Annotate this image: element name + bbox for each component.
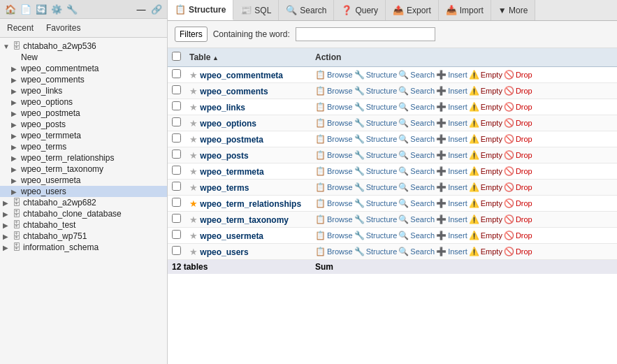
action-search-link[interactable]: 🔍Search: [398, 214, 435, 224]
action-insert-link[interactable]: ➕Insert: [436, 102, 467, 112]
row-checkbox[interactable]: [172, 69, 181, 78]
recent-tab[interactable]: Recent: [4, 22, 36, 34]
action-empty-link[interactable]: ⚠️Empty: [469, 182, 502, 192]
action-browse-link[interactable]: 📋Browse: [315, 118, 353, 128]
action-browse-link[interactable]: 📋Browse: [315, 150, 353, 160]
table-item-wpeo_term_relationships[interactable]: ▶ wpeo_term_relationships: [0, 152, 167, 163]
action-search-link[interactable]: 🔍Search: [398, 231, 435, 240]
favorite-star-icon[interactable]: ★: [189, 214, 198, 225]
action-drop-link[interactable]: 🚫Drop: [504, 166, 532, 176]
action-search-link[interactable]: 🔍Search: [398, 198, 435, 208]
action-browse-link[interactable]: 📋Browse: [315, 166, 353, 176]
row-checkbox[interactable]: [172, 166, 181, 175]
table-item-wpeo_postmeta[interactable]: ▶ wpeo_postmeta: [0, 108, 167, 119]
table-name-link[interactable]: wpeo_termmeta: [200, 167, 263, 177]
action-drop-link[interactable]: 🚫Drop: [504, 182, 532, 192]
row-checkbox[interactable]: [172, 214, 181, 223]
table-item-wpeo_commentmeta[interactable]: ▶ wpeo_commentmeta: [0, 63, 167, 74]
filter-input[interactable]: [296, 27, 435, 41]
row-checkbox[interactable]: [172, 133, 181, 143]
action-drop-link[interactable]: 🚫Drop: [504, 214, 532, 224]
table-item-wpeo_terms[interactable]: ▶ wpeo_terms: [0, 141, 167, 152]
action-browse-link[interactable]: 📋Browse: [315, 86, 353, 96]
home-icon[interactable]: 🏠: [4, 3, 17, 15]
new-item[interactable]: New: [0, 52, 167, 63]
row-checkbox[interactable]: [172, 150, 181, 159]
action-search-link[interactable]: 🔍Search: [398, 182, 435, 192]
action-structure-link[interactable]: 🔧Structure: [354, 150, 398, 160]
action-empty-link[interactable]: ⚠️Empty: [469, 86, 502, 96]
action-empty-link[interactable]: ⚠️Empty: [469, 166, 502, 176]
action-empty-link[interactable]: ⚠️Empty: [469, 198, 502, 208]
table-item-wpeo_links[interactable]: ▶ wpeo_links: [0, 85, 167, 96]
action-structure-link[interactable]: 🔧Structure: [354, 198, 398, 208]
link-icon[interactable]: 🔗: [150, 3, 163, 15]
action-insert-link[interactable]: ➕Insert: [436, 247, 467, 256]
action-empty-link[interactable]: ⚠️Empty: [469, 70, 502, 80]
action-search-link[interactable]: 🔍Search: [398, 166, 435, 176]
action-drop-link[interactable]: 🚫Drop: [504, 102, 532, 112]
table-item-wpeo_comments[interactable]: ▶ wpeo_comments: [0, 74, 167, 85]
table-item-wpeo_termmeta[interactable]: ▶ wpeo_termmeta: [0, 130, 167, 141]
favorite-star-icon[interactable]: ★: [189, 247, 198, 257]
action-insert-link[interactable]: ➕Insert: [436, 70, 467, 80]
action-empty-link[interactable]: ⚠️Empty: [469, 214, 502, 224]
row-checkbox[interactable]: [172, 246, 181, 255]
action-search-link[interactable]: 🔍Search: [398, 86, 435, 96]
action-drop-link[interactable]: 🚫Drop: [504, 150, 532, 160]
action-insert-link[interactable]: ➕Insert: [436, 86, 467, 96]
action-structure-link[interactable]: 🔧Structure: [354, 166, 398, 176]
action-empty-link[interactable]: ⚠️Empty: [469, 150, 502, 160]
action-browse-link[interactable]: 📋Browse: [315, 214, 353, 224]
select-all-checkbox[interactable]: [172, 52, 181, 61]
action-drop-link[interactable]: 🚫Drop: [504, 231, 532, 240]
db-item-chtabaho_a2wp682[interactable]: ▶ 🗄 chtabaho_a2wp682: [0, 197, 167, 208]
db-item-information_schema[interactable]: ▶ 🗄 information_schema: [0, 242, 167, 253]
tools-icon[interactable]: 🔧: [66, 3, 78, 15]
action-empty-link[interactable]: ⚠️Empty: [469, 247, 502, 256]
table-item-wpeo_usermeta[interactable]: ▶ wpeo_usermeta: [0, 175, 167, 186]
action-empty-link[interactable]: ⚠️Empty: [469, 231, 502, 240]
action-search-link[interactable]: 🔍Search: [398, 102, 435, 112]
action-drop-link[interactable]: 🚫Drop: [504, 247, 532, 256]
favorites-tab[interactable]: Favorites: [43, 22, 83, 34]
table-item-wpeo_options[interactable]: ▶ wpeo_options: [0, 96, 167, 108]
favorite-star-icon[interactable]: ★: [189, 182, 198, 193]
action-search-link[interactable]: 🔍Search: [398, 118, 435, 128]
row-checkbox[interactable]: [172, 230, 181, 239]
action-search-link[interactable]: 🔍Search: [398, 150, 435, 160]
table-name-link[interactable]: wpeo_comments: [200, 87, 268, 96]
tab-structure[interactable]: 📋 Structure: [168, 0, 233, 20]
db-item-chtabaho_wp751[interactable]: ▶ 🗄 chtabaho_wp751: [0, 231, 167, 242]
action-structure-link[interactable]: 🔧Structure: [354, 134, 398, 144]
table-name-link[interactable]: wpeo_usermeta: [200, 231, 263, 241]
tab-more[interactable]: ▼ More: [491, 0, 536, 20]
action-browse-link[interactable]: 📋Browse: [315, 182, 353, 192]
action-insert-link[interactable]: ➕Insert: [436, 150, 467, 160]
action-empty-link[interactable]: ⚠️Empty: [469, 118, 502, 128]
action-structure-link[interactable]: 🔧Structure: [354, 182, 398, 192]
action-insert-link[interactable]: ➕Insert: [436, 166, 467, 176]
favorite-star-icon[interactable]: ★: [189, 118, 198, 129]
minimize-icon[interactable]: —: [135, 3, 147, 15]
action-search-link[interactable]: 🔍Search: [398, 70, 435, 80]
action-browse-link[interactable]: 📋Browse: [315, 247, 353, 256]
favorite-star-icon[interactable]: ★: [189, 150, 198, 161]
tab-export[interactable]: 📤 Export: [386, 0, 439, 20]
action-browse-link[interactable]: 📋Browse: [315, 102, 353, 112]
favorite-star-icon[interactable]: ★: [189, 70, 198, 80]
row-checkbox[interactable]: [172, 85, 181, 94]
action-drop-link[interactable]: 🚫Drop: [504, 70, 532, 80]
row-checkbox[interactable]: [172, 101, 181, 110]
favorite-star-icon[interactable]: ★: [189, 231, 198, 241]
page-icon[interactable]: 📄: [20, 3, 32, 15]
action-insert-link[interactable]: ➕Insert: [436, 134, 467, 144]
row-checkbox[interactable]: [172, 198, 181, 207]
table-name-link[interactable]: wpeo_terms: [200, 183, 249, 193]
table-item-wpeo_posts[interactable]: ▶ wpeo_posts: [0, 119, 167, 130]
row-checkbox[interactable]: [172, 117, 181, 126]
table-item-wpeo_term_taxonomy[interactable]: ▶ wpeo_term_taxonomy: [0, 163, 167, 175]
action-browse-link[interactable]: 📋Browse: [315, 198, 353, 208]
favorite-star-icon[interactable]: ★: [189, 134, 198, 145]
action-insert-link[interactable]: ➕Insert: [436, 198, 467, 208]
